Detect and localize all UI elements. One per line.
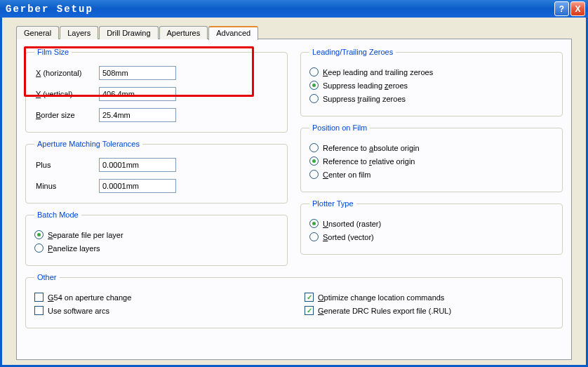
radio-panelize[interactable] [34, 243, 44, 253]
window-title: Gerber Setup [6, 4, 554, 15]
legend-film-size: Film Size [34, 48, 72, 56]
label-suppress-trailing: Suppress trailing zeroes [323, 95, 406, 103]
legend-position: Position on Film [309, 124, 370, 132]
label-unsorted: Unsorted (raster) [323, 220, 381, 228]
label-x-horizontal: X (horizontal) [36, 69, 99, 77]
label-optimize: Optimize change location commands [318, 293, 444, 302]
input-x-horizontal[interactable] [99, 66, 176, 80]
radio-row-unsorted[interactable]: Unsorted (raster) [309, 219, 554, 228]
legend-other: Other [34, 273, 60, 281]
tab-apertures[interactable]: Apertures [159, 26, 208, 39]
radio-center-film[interactable] [309, 170, 319, 179]
radio-row-center[interactable]: Center on film [309, 170, 554, 179]
input-minus[interactable] [99, 179, 176, 193]
radio-relative-origin[interactable] [309, 156, 319, 166]
radio-absolute-origin[interactable] [309, 143, 319, 152]
legend-zeroes: Leading/Trailing Zeroes [309, 48, 396, 56]
checkbox-g54[interactable] [34, 293, 44, 302]
label-drc: Generate DRC Rules export file (.RUL) [318, 307, 451, 315]
group-batch-mode: Batch Mode Separate file per layer Panel… [25, 211, 288, 266]
radio-suppress-trailing[interactable] [309, 94, 319, 103]
checkbox-optimize[interactable] [305, 293, 314, 302]
label-panelize: Panelize layers [48, 244, 100, 253]
radio-keep-zeroes[interactable] [309, 67, 319, 76]
label-center-film: Center on film [323, 171, 370, 179]
close-button[interactable]: X [570, 1, 585, 16]
radio-row-separate[interactable]: Separate file per layer [34, 230, 279, 239]
titlebar[interactable]: Gerber Setup ? X [0, 0, 588, 18]
label-sorted: Sorted (vector) [323, 233, 374, 241]
help-button[interactable]: ? [554, 1, 569, 16]
label-absolute-origin: Reference to absolute origin [323, 144, 420, 152]
label-g54: G54 on aperture change [48, 293, 131, 302]
label-keep-zeroes: Keep leading and trailing zeroes [323, 68, 433, 76]
radio-unsorted[interactable] [309, 219, 319, 228]
group-film-size: Film Size X (horizontal) Y (vertical) Bo… [25, 48, 288, 133]
tab-layers[interactable]: Layers [60, 26, 98, 39]
check-row-g54[interactable]: G54 on aperture change [34, 293, 283, 302]
radio-sorted[interactable] [309, 232, 319, 241]
group-aperture-tolerances: Aperture Matching Tolerances Plus Minus [25, 140, 288, 203]
tab-page: Film Size X (horizontal) Y (vertical) Bo… [16, 39, 572, 360]
group-zeroes: Leading/Trailing Zeroes Keep leading and… [300, 48, 563, 116]
radio-row-suppress-leading[interactable]: Suppress leading zeroes [309, 81, 554, 90]
group-other: Other G54 on aperture change Use softwar… [25, 273, 563, 328]
input-y-vertical[interactable] [99, 87, 176, 101]
tab-advanced[interactable]: Advanced [208, 26, 258, 40]
check-row-software-arcs[interactable]: Use software arcs [34, 306, 283, 315]
legend-plotter: Plotter Type [309, 199, 356, 208]
tab-strip: General Layers Drill Drawing Apertures A… [16, 26, 572, 39]
label-border-size: Border size [36, 111, 99, 119]
checkbox-software-arcs[interactable] [34, 306, 44, 315]
tab-drill-drawing[interactable]: Drill Drawing [99, 26, 158, 39]
dialog-window: Gerber Setup ? X General Layers Drill Dr… [0, 0, 588, 367]
radio-row-rel[interactable]: Reference to relative origin [309, 156, 554, 166]
radio-row-sorted[interactable]: Sorted (vector) [309, 232, 554, 241]
legend-batch-mode: Batch Mode [34, 211, 81, 219]
radio-separate-file[interactable] [34, 230, 44, 239]
check-row-optimize[interactable]: Optimize change location commands [305, 293, 554, 302]
radio-suppress-leading[interactable] [309, 81, 319, 90]
label-y-vertical: Y (vertical) [36, 90, 99, 98]
label-plus: Plus [36, 161, 99, 169]
label-software-arcs: Use software arcs [48, 307, 109, 315]
input-plus[interactable] [99, 158, 176, 172]
radio-row-abs[interactable]: Reference to absolute origin [309, 143, 554, 152]
check-row-drc[interactable]: Generate DRC Rules export file (.RUL) [305, 306, 554, 315]
group-plotter-type: Plotter Type Unsorted (raster) Sorted (v… [300, 199, 563, 255]
client-area: General Layers Drill Drawing Apertures A… [0, 18, 588, 367]
radio-row-suppress-trailing[interactable]: Suppress trailing zeroes [309, 94, 554, 103]
label-minus: Minus [36, 182, 99, 190]
radio-row-keep[interactable]: Keep leading and trailing zeroes [309, 67, 554, 76]
legend-aperture-tol: Aperture Matching Tolerances [34, 140, 142, 148]
label-separate-file: Separate file per layer [48, 231, 123, 239]
input-border-size[interactable] [99, 108, 176, 122]
checkbox-drc[interactable] [305, 306, 314, 315]
radio-row-panelize[interactable]: Panelize layers [34, 243, 279, 253]
group-position: Position on Film Reference to absolute o… [300, 124, 563, 192]
label-relative-origin: Reference to relative origin [323, 157, 415, 166]
tab-general[interactable]: General [16, 26, 59, 39]
label-suppress-leading: Suppress leading zeroes [323, 81, 408, 90]
